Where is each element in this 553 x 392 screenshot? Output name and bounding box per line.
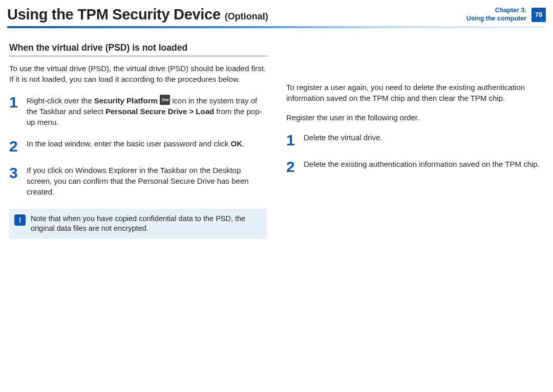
page-number-badge: 78 [531,8,546,22]
step-text: In the load window, enter the basic user… [27,139,267,154]
chapter-line-1: Chapter 3. [466,7,526,15]
content-area: When the virtual drive (PSD) is not load… [0,28,553,239]
step-number: 2 [9,139,19,154]
step-row: 3 If you click on Windows Explorer in th… [9,165,267,197]
intro-paragraph: To register a user again, you need to de… [286,82,544,103]
step-text: Delete the existing authentication infor… [304,159,544,175]
page-header: Using the TPM Security Device (Optional)… [0,0,553,26]
bold-text: Personal Secure Drive > Load [105,107,214,116]
step-row: 1 Delete the virtual drive. [286,133,544,148]
step-number: 1 [9,95,19,127]
title-group: Using the TPM Security Device (Optional) [7,6,268,23]
step-row: 2 In the load window, enter the basic us… [9,139,267,154]
right-column: To register a user again, you need to de… [286,42,544,239]
step-text: Right-click over the Security Platform T… [27,95,267,127]
section-heading: When the virtual drive (PSD) is not load… [9,42,267,56]
step-number: 3 [9,165,19,197]
step-row: 1 Right-click over the Security Platform… [9,95,267,127]
chapter-group: Chapter 3. Using the computer 78 [466,7,546,23]
step-text: Delete the virtual drive. [304,133,544,148]
text-fragment: Right-click over the [27,96,94,105]
note-text: Note that when you have copied confident… [31,214,261,234]
text-fragment: In the load window, enter the basic user… [27,139,231,148]
intro-paragraph: To use the virtual drive (PSD), the virt… [9,63,267,84]
alert-mark: ! [19,215,22,224]
step-text: If you click on Windows Explorer in the … [27,165,267,197]
note-box: ! Note that when you have copied confide… [9,209,267,239]
step-number: 1 [286,133,296,148]
bold-text: OK [231,139,243,148]
text-fragment: . [242,139,244,148]
bold-text: Security Platform [94,96,158,105]
page-title-optional: (Optional) [225,11,268,22]
step-number: 2 [286,159,296,175]
tpm-icon: TPM [160,95,170,105]
intro-paragraph: Register the user in the following order… [286,113,544,123]
left-column: When the virtual drive (PSD) is not load… [9,42,267,239]
step-row: 2 Delete the existing authentication inf… [286,159,544,175]
chapter-line-2: Using the computer [466,15,526,23]
page-title: Using the TPM Security Device [7,6,221,23]
chapter-info: Chapter 3. Using the computer [466,7,526,23]
alert-icon: ! [14,214,26,226]
